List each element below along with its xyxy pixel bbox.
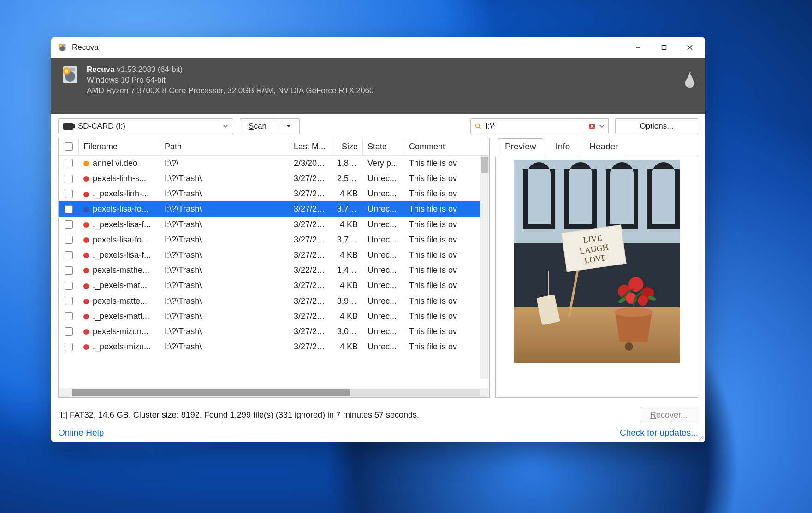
row-checkbox[interactable] [59,159,79,167]
scan-dropdown-icon[interactable] [286,124,291,129]
recover-button[interactable]: Recover... [640,407,698,423]
cell-path: I:\?\Trash\ [160,327,289,336]
table-row[interactable]: pexels-mizun...I:\?\Trash\3/27/20...3,03… [59,324,489,339]
table-row[interactable]: pexels-linh-s...I:\?\Trash\3/27/20...2,5… [59,171,489,186]
drive-select[interactable]: SD-CARD (I:) [58,118,233,134]
row-checkbox[interactable] [59,266,79,275]
status-dot-icon [83,207,89,212]
row-checkbox[interactable] [59,327,79,336]
resize-grip[interactable] [697,434,704,441]
scrollbar-thumb[interactable] [481,157,488,173]
row-checkbox[interactable] [59,297,79,305]
cell-last-modified: 3/27/20... [289,204,332,214]
table-row[interactable]: pexels-lisa-fo...I:\?\Trash\3/27/20...3,… [59,232,489,248]
check-updates-link[interactable]: Check for updates... [620,428,698,438]
table-row[interactable]: ._pexels-linh-...I:\?\Trash\3/27/20...4 … [59,186,489,201]
cell-state: Unrec... [363,342,404,352]
table-row[interactable]: ._pexels-lisa-f...I:\?\Trash\3/27/20...4… [59,217,489,232]
status-dot-icon [83,161,89,166]
column-path[interactable]: Path [160,138,289,155]
app-window: Recuva Recuva v1.53.2083 (64-bit) Window… [51,37,705,442]
cell-path: I:\?\Trash\ [160,174,289,183]
svg-point-14 [476,124,480,127]
results-list: Filename Path Last M... Size State Comme… [58,138,490,398]
cell-state: Unrec... [363,265,404,275]
column-last-modified[interactable]: Last M... [289,138,332,155]
cell-last-modified: 2/3/203... [289,159,332,168]
table-row[interactable]: ._pexels-mizu...I:\?\Trash\3/27/20...4 K… [59,339,489,354]
cell-filename: ._pexels-lisa-f... [79,250,160,260]
preview-image: LIVE LAUGH LOVE [514,160,680,363]
row-checkbox[interactable] [59,251,79,259]
recuva-logo-icon [60,65,80,85]
maximize-button[interactable] [651,37,677,58]
cell-filename: pexels-linh-s... [79,174,160,183]
row-checkbox[interactable] [59,190,79,198]
results-header: Filename Path Last M... Size State Comme… [59,138,489,156]
titlebar[interactable]: Recuva [51,37,705,58]
cell-filename: pexels-lisa-fo... [79,204,160,214]
cell-size: 4 KB [332,342,363,352]
cell-path: I:\?\Trash\ [160,189,289,199]
cell-state: Unrec... [363,327,404,336]
chevron-down-icon[interactable] [599,124,605,129]
row-checkbox[interactable] [59,175,79,183]
column-size[interactable]: Size [332,138,363,155]
cell-size: 3,76... [332,235,363,245]
status-dot-icon [83,314,89,319]
table-row[interactable]: ._pexels-lisa-f...I:\?\Trash\3/27/20...4… [59,248,489,263]
minimize-button[interactable] [625,37,651,58]
close-button[interactable] [677,37,703,58]
row-checkbox[interactable] [59,343,79,351]
cell-comment: This file is ov [404,312,489,321]
options-label: Options... [640,122,674,131]
cell-path: I:\?\Trash\ [160,342,289,352]
row-checkbox[interactable] [59,236,79,244]
table-row[interactable]: pexels-lisa-fo...I:\?\Trash\3/27/20...3,… [59,201,489,217]
tab-header[interactable]: Header [582,138,625,156]
cell-last-modified: 3/27/20... [289,296,332,306]
footer-links: Online Help Check for updates... [51,426,705,442]
results-body[interactable]: annel vi.deoI:\?\2/3/203...1,87...Very p… [59,156,489,388]
cell-path: I:\?\ [160,159,289,168]
cell-last-modified: 3/27/20... [289,250,332,260]
product-name: Recuva [87,65,114,74]
table-row[interactable]: ._pexels-matt...I:\?\Trash\3/27/20...4 K… [59,309,489,324]
svg-point-13 [65,69,68,73]
table-row[interactable]: pexels-matte...I:\?\Trash\3/27/20...3,94… [59,294,489,309]
row-checkbox[interactable] [59,312,79,320]
cell-path: I:\?\Trash\ [160,235,289,245]
scan-button[interactable]: Scan [240,118,300,134]
table-row[interactable]: pexels-mathe...I:\?\Trash\3/22/20...1,43… [59,263,489,278]
tab-preview[interactable]: Preview [498,138,543,156]
cell-state: Unrec... [363,189,404,199]
status-bar: [I:] FAT32, 14.6 GB. Cluster size: 8192.… [51,402,705,426]
options-button[interactable]: Options... [615,118,698,134]
cell-size: 1,87... [332,159,363,168]
row-checkbox[interactable] [59,282,79,290]
cell-comment: This file is ov [404,235,489,245]
path-filter-combo[interactable] [470,118,609,134]
column-filename[interactable]: Filename [79,138,160,155]
table-row[interactable]: ._pexels-mat...I:\?\Trash\3/27/20...4 KB… [59,278,489,293]
row-checkbox[interactable] [59,220,79,229]
product-version: v1.53.2083 (64-bit) [117,65,183,74]
cell-filename: ._pexels-linh-... [79,189,160,199]
column-checkbox[interactable] [59,138,79,155]
row-checkbox[interactable] [59,205,79,213]
vertical-scrollbar[interactable] [480,156,489,379]
horizontal-scrollbar[interactable] [59,388,489,397]
cell-last-modified: 3/27/20... [289,342,332,352]
cell-path: I:\?\Trash\ [160,312,289,321]
column-state[interactable]: State [363,138,404,155]
tab-info[interactable]: Info [549,138,577,156]
scrollbar-thumb[interactable] [72,389,350,396]
clear-icon[interactable] [589,123,595,130]
online-help-link[interactable]: Online Help [58,428,104,438]
svg-rect-6 [662,45,666,49]
path-filter-input[interactable] [486,122,585,131]
table-row[interactable]: annel vi.deoI:\?\2/3/203...1,87...Very p… [59,156,489,171]
column-comment[interactable]: Comment [404,138,489,155]
cell-filename: pexels-lisa-fo... [79,235,160,245]
cell-filename: ._pexels-mizu... [79,342,160,352]
